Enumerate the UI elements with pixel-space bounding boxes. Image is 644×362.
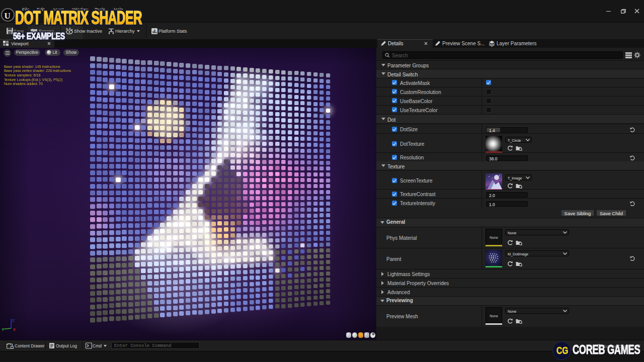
svg-text:Y: Y — [2, 327, 5, 332]
svg-text:X: X — [13, 327, 16, 332]
svg-text:Z: Z — [12, 318, 15, 323]
